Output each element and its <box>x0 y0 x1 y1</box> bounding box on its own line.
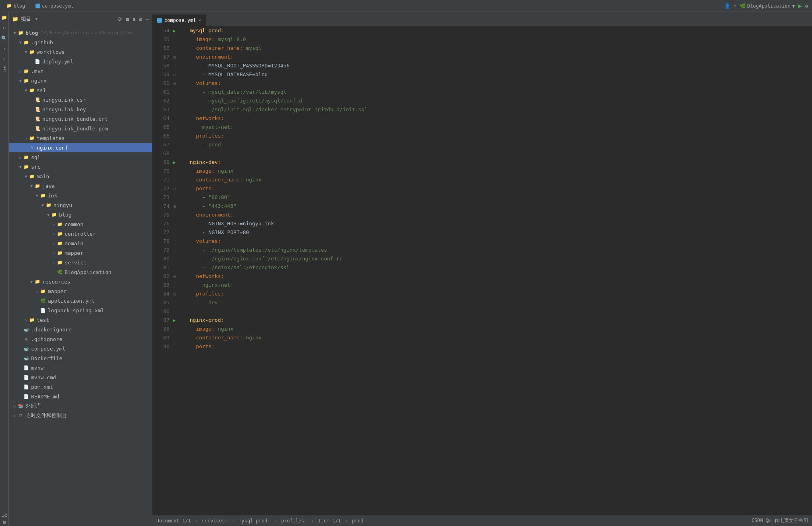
tree-item-blogapp[interactable]: ▷ 🌿 BlogApplication <box>9 267 152 277</box>
expand-icon: ▼ <box>35 16 38 22</box>
tab-compose-yml[interactable]: compose.yml ✕ <box>152 14 206 26</box>
tree-item-dockerfile[interactable]: ▷ 🐋 Dockerfile <box>9 353 152 363</box>
settings-button[interactable]: ⚙ <box>805 3 808 9</box>
tree-item-ningyu[interactable]: ▼ 📁 ningyu <box>9 200 152 210</box>
endpoints-icon[interactable]: ⚡ <box>1 55 8 63</box>
csdn-label: CSDN @✓ 作电页女子白刃 <box>751 517 808 524</box>
tree-item-blog[interactable]: ▼ 📁 blog C:\Users\Administrator\Desktop\… <box>9 28 152 37</box>
code-line-87: nginx-prod: <box>183 316 812 325</box>
code-line-79: - ./nginx/templates:/etc/nginx/templates <box>183 246 812 254</box>
tree-item-domain[interactable]: ▷ 📁 domain <box>9 238 152 248</box>
play-54[interactable]: ▶ <box>173 26 176 35</box>
tree-item-common[interactable]: ▷ 📁 common <box>9 219 152 229</box>
fold-72[interactable]: ⊟ <box>173 184 176 193</box>
tree-item-sql[interactable]: ▷ 📁 sql <box>9 152 152 162</box>
tree-item-gitignore[interactable]: ▷ ⊙ .gitignore <box>9 334 152 344</box>
tree-item-github[interactable]: ▼ 📁 .github <box>9 37 152 47</box>
tree-item-templates[interactable]: ▷ 📁 templates <box>9 133 152 143</box>
collapse-icon[interactable]: ≡ <box>126 16 129 22</box>
blog-tab[interactable]: 📁 blog <box>3 0 28 12</box>
tree-item-ssl[interactable]: ▼ 📁 ssl <box>9 85 152 95</box>
commit-icon[interactable]: ⊙ <box>1 24 8 32</box>
code-line-72: ports: <box>183 184 812 193</box>
tree-item-readme[interactable]: ▷ 📄 README.md <box>9 392 152 401</box>
tree-item-test[interactable]: ▷ 📁 test <box>9 315 152 325</box>
fold-84[interactable]: ⊟ <box>173 290 176 298</box>
fold-59[interactable]: ⊟ <box>173 70 176 79</box>
tree-item-bundle-crt[interactable]: ▷ 📜 ningyu.ink_bundle.crt <box>9 114 152 124</box>
code-line-77: - NGINX_PORT=80 <box>183 228 812 237</box>
project-icon: 📁 <box>12 16 18 22</box>
code-line-59: - MYSQL_DATABASE=blog <box>183 70 812 79</box>
line-numbers: 54 55 56 57 58 59 60 61 62 63 64 65 66 6… <box>152 26 172 515</box>
run-debug-icon[interactable]: ▷ <box>1 45 8 52</box>
tree-item-pom[interactable]: ▷ 📄 pom.xml <box>9 382 152 392</box>
tree-item-resources[interactable]: ▼ 📁 resources <box>9 277 152 286</box>
gear-icon[interactable]: ⚙ <box>139 16 142 22</box>
tree-item-mapper[interactable]: ▷ 📁 mapper <box>9 248 152 258</box>
code-line-61: - mysql_data:/var/lib/mysql <box>183 88 812 97</box>
tree-item-dockerignore[interactable]: ▷ 🐋 .dockerignore <box>9 325 152 334</box>
sync-icon[interactable]: ⟳ <box>118 16 122 22</box>
tree-item-nginx-conf[interactable]: ▷ N nginx.conf <box>9 143 152 152</box>
sidebar-header: 📁 项目 ▼ ⟳ ≡ ⇅ ⚙ — <box>9 12 152 26</box>
tree-item-scratch[interactable]: ▷ 🗒 临时文件和控制台 <box>9 411 152 420</box>
sort-icon[interactable]: ⇅ <box>132 16 136 22</box>
database-icon[interactable]: 🗄 <box>1 66 8 73</box>
compose-tab-inactive[interactable]: compose.yml <box>32 0 77 12</box>
fold-82[interactable]: ⊟ <box>173 272 176 281</box>
search-icon[interactable]: 🔍 <box>1 35 8 42</box>
fold-60[interactable]: ⊟ <box>173 79 176 88</box>
tab-close-button[interactable]: ✕ <box>198 18 201 23</box>
code-line-57: environment: <box>183 53 812 61</box>
tree-item-key[interactable]: ▷ 📜 ningyu.ink.key <box>9 104 152 114</box>
fold-74[interactable]: ⊟ <box>173 202 176 211</box>
tree-item-application-yml[interactable]: ▷ 🌿 application.yml <box>9 296 152 305</box>
run-config[interactable]: 🌿 BlogApplication ▼ <box>740 3 795 9</box>
tree-item-workflows[interactable]: ▼ 📁 workflows <box>9 47 152 57</box>
breadcrumb-profiles: profiles: <box>281 518 307 524</box>
code-line-56: container_name: mysql <box>183 44 812 53</box>
tree-item-mvnw-cmd[interactable]: ▷ 📄 mvnw.cmd <box>9 372 152 382</box>
code-line-86 <box>183 307 812 316</box>
sidebar-title: 项目 <box>21 16 31 23</box>
tree-item-logback[interactable]: ▷ 📄 logback-spring.xml <box>9 305 152 315</box>
tree-item-mvnw[interactable]: ▷ 📄 mvnw <box>9 363 152 372</box>
tree-item-deploy[interactable]: ▷ 📄 deploy.yml <box>9 57 152 66</box>
terminal-icon[interactable]: ⊞ <box>1 519 8 526</box>
more-icon[interactable]: — <box>146 16 149 22</box>
tree-item-compose[interactable]: ▷ 🐋 compose.yml <box>9 344 152 353</box>
breadcrumb-item: Item 1/1 <box>318 518 341 524</box>
git-icon[interactable]: ⎇ <box>1 512 8 519</box>
code-line-60: volumes: <box>183 79 812 88</box>
code-line-70: image: nginx <box>183 167 812 175</box>
code-line-78: volumes: <box>183 237 812 246</box>
file-tree: ▼ 📁 blog C:\Users\Administrator\Desktop\… <box>9 26 152 526</box>
title-bar-right: 👤 ↑ 🌿 BlogApplication ▼ ▶ ⚙ <box>724 2 812 10</box>
fold-57[interactable]: ⊟ <box>173 53 176 61</box>
tree-item-external-libs[interactable]: ▷ 📚 外部库 <box>9 401 152 411</box>
code-content[interactable]: mysql-prod: image: mysql:8.0 container_n… <box>180 26 812 515</box>
file-explorer-icon[interactable]: 📁 <box>1 14 8 21</box>
code-line-65: mysql-net: <box>183 123 812 132</box>
run-button[interactable]: ▶ <box>798 2 802 10</box>
play-69[interactable]: ▶ <box>173 158 176 167</box>
tree-item-nginx[interactable]: ▼ 📁 nginx <box>9 76 152 85</box>
code-line-75: environment: <box>183 211 812 219</box>
tree-item-blog-pkg[interactable]: ▼ 📁 blog <box>9 210 152 219</box>
editor-area: compose.yml ✕ 54 55 56 57 58 59 60 61 62… <box>152 12 812 526</box>
code-line-88: image: nginx <box>183 325 812 333</box>
play-87[interactable]: ▶ <box>173 316 176 325</box>
tree-item-java[interactable]: ▼ 📁 java <box>9 181 152 191</box>
tree-item-service[interactable]: ▷ 📁 service <box>9 258 152 267</box>
code-line-76: - NGINX_HOST=ningyu.ink <box>183 219 812 228</box>
tree-item-ink[interactable]: ▼ 📁 ink <box>9 191 152 200</box>
vcs-icon: ↑ <box>733 3 736 9</box>
tree-item-csr[interactable]: ▷ 📜 ningyu.ink.csr <box>9 95 152 104</box>
tree-item-controller[interactable]: ▷ 📁 controller <box>9 229 152 238</box>
tree-item-bundle-pem[interactable]: ▷ 📜 ningyu.ink_bundle.pem <box>9 124 152 133</box>
tree-item-main[interactable]: ▼ 📁 main <box>9 171 152 181</box>
tree-item-src[interactable]: ▼ 📁 src <box>9 162 152 171</box>
tree-item-res-mapper[interactable]: ▷ 📁 mapper <box>9 286 152 296</box>
tree-item-mvn[interactable]: ▷ 📁 .mvn <box>9 66 152 76</box>
